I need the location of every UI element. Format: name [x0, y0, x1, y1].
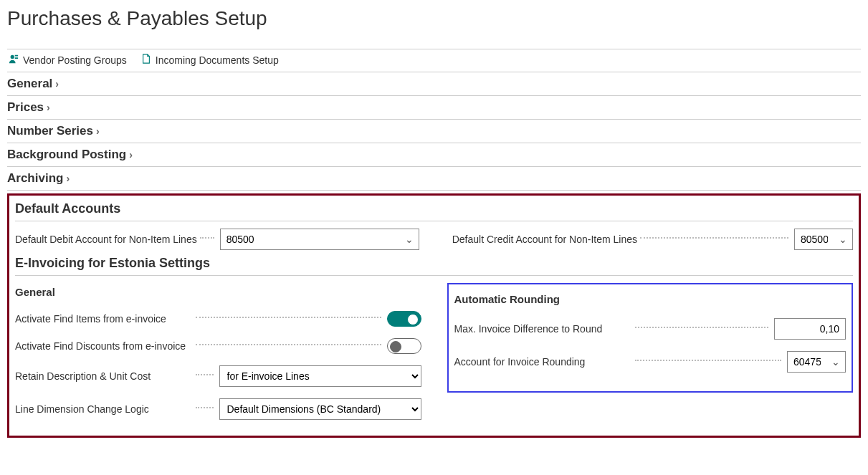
dots — [640, 237, 788, 239]
max-invoice-diff-input[interactable] — [774, 318, 846, 340]
chevron-down-icon[interactable]: ⌄ — [400, 234, 419, 245]
default-credit-label: Default Credit Account for Non-Item Line… — [452, 234, 637, 245]
default-credit-input[interactable] — [795, 229, 834, 249]
dots — [196, 407, 214, 408]
account-rounding-input[interactable] — [788, 352, 826, 372]
highlighted-region-blue: Automatic Rounding Max. Invoice Differen… — [447, 283, 854, 393]
max-invoice-diff-label: Max. Invoice Difference to Round — [454, 323, 632, 335]
dots — [635, 327, 769, 328]
svg-rect-1 — [15, 55, 18, 57]
vendor-posting-groups-label: Vendor Posting Groups — [23, 54, 127, 66]
chevron-down-icon[interactable]: ⌄ — [826, 356, 845, 368]
dots — [196, 374, 214, 375]
default-debit-lookup[interactable]: ⌄ — [220, 229, 419, 250]
retain-description-select[interactable]: for E-invoice Lines — [219, 365, 421, 387]
fasttab-prices-label: Prices — [7, 100, 44, 115]
page-title: Purchases & Payables Setup — [7, 7, 861, 36]
chevron-right-icon: › — [66, 173, 70, 184]
vendor-icon — [9, 54, 19, 66]
line-dimension-label: Line Dimension Change Logic — [15, 403, 193, 415]
fasttab-number-series-label: Number Series — [7, 124, 93, 138]
automatic-rounding-header: Automatic Rounding — [454, 287, 846, 312]
activate-find-discounts-label: Activate Find Discounts from e-invoice — [15, 340, 193, 352]
chevron-right-icon: › — [55, 78, 59, 90]
einvoicing-title: E-Invoicing for Estonia Settings — [15, 254, 853, 276]
fasttab-archiving[interactable]: Archiving › — [7, 167, 861, 191]
general-subheader: General — [15, 280, 421, 305]
chevron-down-icon[interactable]: ⌄ — [834, 234, 852, 245]
dots — [200, 237, 214, 239]
dots — [196, 344, 381, 345]
vendor-posting-groups-link[interactable]: Vendor Posting Groups — [9, 54, 127, 66]
document-icon — [141, 54, 151, 66]
fasttab-archiving-label: Archiving — [7, 171, 63, 186]
default-debit-input[interactable] — [221, 229, 400, 249]
default-accounts-title: Default Accounts — [15, 200, 853, 221]
activate-find-items-label: Activate Find Items from e-invoice — [15, 313, 193, 325]
highlighted-region-red: Default Accounts Default Debit Account f… — [7, 193, 861, 438]
chevron-right-icon: › — [47, 102, 50, 113]
fasttab-general[interactable]: General › — [7, 72, 861, 96]
dots — [196, 317, 381, 318]
line-dimension-select[interactable]: Default Dimensions (BC Standard) — [219, 398, 421, 420]
incoming-documents-setup-link[interactable]: Incoming Documents Setup — [141, 54, 279, 66]
default-debit-label: Default Debit Account for Non-Item Lines — [15, 234, 197, 245]
action-bar: Vendor Posting Groups Incoming Documents… — [7, 49, 861, 72]
activate-find-discounts-toggle[interactable] — [387, 338, 421, 354]
chevron-right-icon: › — [129, 149, 133, 160]
fasttab-general-label: General — [7, 77, 52, 91]
fasttab-number-series[interactable]: Number Series › — [7, 120, 861, 143]
retain-description-label: Retain Description & Unit Cost — [15, 370, 193, 382]
chevron-right-icon: › — [96, 125, 100, 137]
fasttab-prices[interactable]: Prices › — [7, 96, 861, 120]
dots — [635, 360, 782, 361]
account-rounding-label: Account for Invoice Rounding — [454, 356, 632, 368]
activate-find-items-toggle[interactable] — [387, 311, 421, 327]
incoming-documents-setup-label: Incoming Documents Setup — [156, 54, 279, 66]
fasttab-background-posting[interactable]: Background Posting › — [7, 143, 861, 167]
account-rounding-lookup[interactable]: ⌄ — [787, 351, 846, 373]
svg-rect-2 — [15, 57, 18, 59]
fasttab-background-posting-label: Background Posting — [7, 148, 126, 162]
svg-point-0 — [11, 55, 14, 59]
default-credit-lookup[interactable]: ⌄ — [794, 229, 853, 250]
